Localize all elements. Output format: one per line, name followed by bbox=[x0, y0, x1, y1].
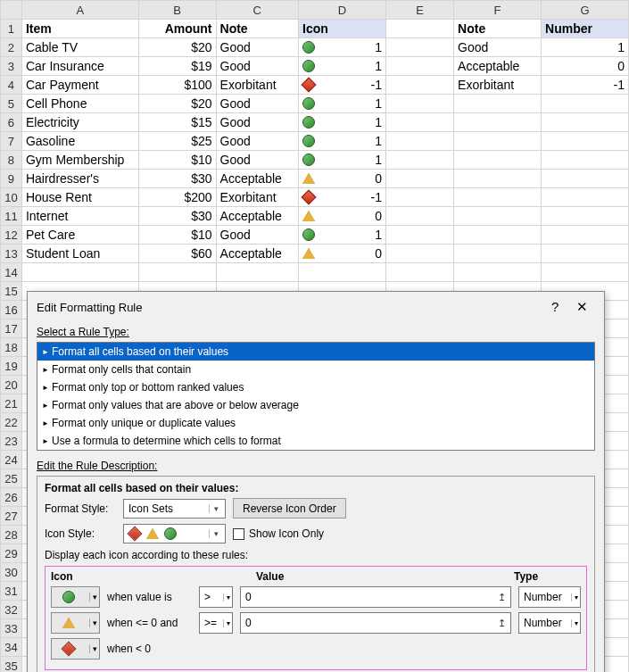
close-icon[interactable]: ✕ bbox=[569, 299, 595, 314]
icon-rules-box: Icon Value Type ▾when value is>▾0↥Number… bbox=[45, 566, 587, 670]
row-header[interactable]: 21 bbox=[1, 394, 22, 413]
col-header[interactable]: B bbox=[138, 1, 216, 20]
row-header[interactable]: 13 bbox=[1, 245, 22, 263]
show-icon-only-checkbox[interactable]: Show Icon Only bbox=[233, 527, 324, 540]
row-header[interactable]: 2 bbox=[1, 38, 22, 57]
table-row[interactable]: 7Gasoline$25Good1 bbox=[1, 132, 629, 151]
rule-type-item[interactable]: Format only cells that contain bbox=[37, 361, 594, 378]
operator-combo[interactable]: >=▾ bbox=[199, 612, 233, 634]
icon-rule-row: ▾when value is>▾0↥Number▾ bbox=[51, 586, 581, 608]
value-col-header: Value bbox=[256, 570, 514, 583]
row-header[interactable]: 22 bbox=[1, 413, 22, 432]
row-header[interactable]: 19 bbox=[1, 357, 22, 376]
format-style-combo[interactable]: Icon Sets▾ bbox=[123, 499, 226, 519]
green-circle-icon bbox=[302, 97, 315, 110]
table-row[interactable]: 10House Rent$200Exorbitant-1 bbox=[1, 188, 629, 207]
edit-formatting-rule-dialog: Edit Formatting Rule ? ✕ Select a Rule T… bbox=[27, 291, 605, 672]
table-row[interactable]: 11Internet$30Acceptable0 bbox=[1, 207, 629, 226]
rule-type-item[interactable]: Format only values that are above or bel… bbox=[37, 396, 594, 414]
green-circle-icon bbox=[62, 591, 75, 603]
row-header[interactable]: 1 bbox=[1, 20, 22, 38]
circle-icon bbox=[164, 527, 177, 540]
col-header[interactable]: C bbox=[216, 1, 298, 20]
table-row[interactable]: 12Pet Care$10Good1 bbox=[1, 226, 629, 245]
col-header[interactable]: F bbox=[454, 1, 542, 20]
row-header[interactable]: 26 bbox=[1, 488, 22, 507]
rule-type-item[interactable]: Format only top or bottom ranked values bbox=[37, 378, 594, 396]
select-all-corner[interactable] bbox=[1, 1, 22, 20]
row-header[interactable]: 15 bbox=[1, 282, 22, 301]
row-header[interactable]: 11 bbox=[1, 207, 22, 226]
icon-picker[interactable]: ▾ bbox=[51, 586, 100, 608]
chevron-down-icon: ▾ bbox=[89, 644, 97, 653]
value-input[interactable]: 0↥ bbox=[240, 586, 511, 608]
range-picker-icon[interactable]: ↥ bbox=[498, 592, 506, 603]
table-row[interactable]: 6Electricity$15Good1 bbox=[1, 113, 629, 132]
when-label: when <= 0 and bbox=[107, 617, 192, 629]
table-row[interactable]: 4Car Payment$100Exorbitant-1Exorbitant-1 bbox=[1, 76, 629, 95]
icon-rule-row: ▾when < 0 bbox=[51, 638, 581, 660]
operator-combo[interactable]: >▾ bbox=[199, 586, 233, 608]
row-header[interactable]: 18 bbox=[1, 338, 22, 357]
table-row[interactable]: 3Car Insurance$19Good1Acceptable0 bbox=[1, 57, 629, 76]
row-header[interactable]: 25 bbox=[1, 469, 22, 488]
row-header[interactable]: 31 bbox=[1, 582, 22, 601]
row-header[interactable]: 3 bbox=[1, 57, 22, 76]
table-row[interactable]: 8Gym Membership$10Good1 bbox=[1, 151, 629, 170]
row-header[interactable]: 24 bbox=[1, 451, 22, 469]
value-input[interactable]: 0↥ bbox=[240, 612, 511, 634]
rule-type-item[interactable]: Use a formula to determine which cells t… bbox=[37, 432, 594, 450]
type-combo[interactable]: Number▾ bbox=[518, 612, 581, 634]
row-header[interactable]: 9 bbox=[1, 170, 22, 188]
yellow-triangle-icon bbox=[302, 173, 315, 184]
icon-picker[interactable]: ▾ bbox=[51, 638, 100, 660]
row-header[interactable]: 23 bbox=[1, 432, 22, 451]
row-header[interactable]: 12 bbox=[1, 226, 22, 245]
table-row[interactable]: 14 bbox=[1, 263, 629, 282]
col-header[interactable]: D bbox=[299, 1, 386, 20]
rule-type-list[interactable]: Format all cells based on their valuesFo… bbox=[37, 342, 595, 451]
table-row[interactable]: 13Student Loan$60Acceptable0 bbox=[1, 245, 629, 263]
row-header[interactable]: 10 bbox=[1, 188, 22, 207]
row-header[interactable]: 27 bbox=[1, 507, 22, 526]
type-combo[interactable]: Number▾ bbox=[518, 586, 581, 608]
col-header[interactable]: A bbox=[21, 1, 138, 20]
table-row[interactable]: 9Hairdresser's$30Acceptable0 bbox=[1, 170, 629, 188]
row-header[interactable]: 30 bbox=[1, 563, 22, 582]
table-row[interactable]: 5Cell Phone$20Good1 bbox=[1, 95, 629, 113]
row-header[interactable]: 32 bbox=[1, 601, 22, 619]
table-row[interactable]: 2Cable TV$20Good1Good1 bbox=[1, 38, 629, 57]
row-header[interactable]: 16 bbox=[1, 301, 22, 319]
chevron-down-icon: ▾ bbox=[209, 504, 223, 513]
table-row[interactable]: 1ItemAmountNoteIconNoteNumber bbox=[1, 20, 629, 38]
red-diamond-icon bbox=[302, 190, 317, 205]
column-headers[interactable]: A B C D E F G bbox=[1, 1, 629, 20]
help-icon[interactable]: ? bbox=[544, 299, 566, 314]
red-diamond-icon bbox=[62, 642, 77, 657]
range-picker-icon[interactable]: ↥ bbox=[498, 618, 506, 629]
icon-style-combo[interactable]: ▾ bbox=[123, 524, 226, 543]
row-header[interactable]: 4 bbox=[1, 76, 22, 95]
green-circle-icon bbox=[302, 135, 315, 147]
reverse-icon-order-button[interactable]: Reverse Icon Order bbox=[233, 498, 346, 519]
col-header[interactable]: E bbox=[385, 1, 453, 20]
rule-type-item[interactable]: Format only unique or duplicate values bbox=[37, 414, 594, 432]
row-header[interactable]: 6 bbox=[1, 113, 22, 132]
rule-type-item[interactable]: Format all cells based on their values bbox=[37, 343, 594, 361]
row-header[interactable]: 35 bbox=[1, 657, 22, 673]
row-header[interactable]: 34 bbox=[1, 638, 22, 657]
row-header[interactable]: 14 bbox=[1, 263, 22, 282]
row-header[interactable]: 7 bbox=[1, 132, 22, 151]
type-col-header: Type bbox=[514, 570, 581, 583]
row-header[interactable]: 17 bbox=[1, 319, 22, 338]
desc-header: Format all cells based on their values: bbox=[45, 482, 587, 494]
row-header[interactable]: 33 bbox=[1, 619, 22, 638]
green-circle-icon bbox=[302, 228, 315, 241]
row-header[interactable]: 20 bbox=[1, 376, 22, 394]
row-header[interactable]: 5 bbox=[1, 95, 22, 113]
row-header[interactable]: 29 bbox=[1, 544, 22, 563]
icon-picker[interactable]: ▾ bbox=[51, 612, 100, 634]
col-header[interactable]: G bbox=[542, 1, 629, 20]
row-header[interactable]: 8 bbox=[1, 151, 22, 170]
row-header[interactable]: 28 bbox=[1, 526, 22, 544]
